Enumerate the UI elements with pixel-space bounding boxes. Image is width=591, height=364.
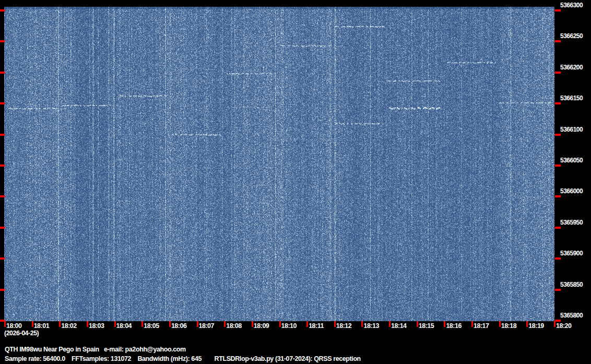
freq-tick-left	[0, 165, 5, 167]
time-tick	[444, 321, 445, 327]
time-label: 18:20	[556, 322, 571, 330]
freq-tick-right	[555, 102, 561, 104]
freq-label: 5365800	[560, 312, 583, 319]
freq-tick-right	[555, 257, 561, 260]
freq-label: 5366050	[560, 157, 583, 164]
freq-tick-left	[0, 102, 5, 104]
time-tick	[306, 321, 308, 327]
time-label: 18:07	[199, 322, 214, 330]
freq-label: 5366150	[560, 95, 583, 102]
time-label: 18:15	[419, 322, 434, 330]
time-label: 18:13	[363, 322, 379, 330]
time-label: 18:18	[501, 322, 516, 330]
time-label: 18:12	[336, 322, 351, 330]
time-label: 18:10	[281, 322, 297, 330]
freq-label: 5365900	[560, 250, 583, 257]
time-tick	[471, 321, 473, 327]
freq-tick-right	[555, 227, 561, 229]
time-tick	[334, 321, 336, 327]
time-tick	[499, 321, 501, 327]
time-label: 18:08	[226, 322, 241, 330]
time-tick	[554, 321, 555, 327]
freq-tick-right	[555, 165, 561, 167]
time-label: 18:17	[474, 322, 489, 330]
freq-tick-left	[0, 227, 5, 229]
freq-tick-right	[555, 320, 561, 322]
time-tick	[197, 321, 198, 327]
time-tick	[59, 321, 61, 327]
time-tick	[252, 321, 253, 327]
freq-label: 5366200	[560, 64, 583, 71]
freq-tick-left	[0, 257, 5, 260]
time-label: 18:04	[116, 322, 132, 330]
station-info-line: QTH IM98wu Near Pego in Spain e-mail: pa…	[5, 346, 186, 353]
freq-tick-left	[0, 40, 5, 42]
time-label: 18:19	[528, 322, 543, 330]
time-tick	[114, 321, 116, 327]
time-label: 18:03	[89, 322, 104, 330]
time-label: 18:00	[6, 322, 21, 330]
freq-label: 5366100	[560, 126, 583, 133]
freq-label: 5366300	[560, 2, 583, 9]
freq-tick-left	[0, 9, 5, 11]
time-tick	[32, 321, 33, 327]
time-label: 18:09	[254, 322, 269, 330]
time-tick	[141, 321, 143, 327]
freq-tick-left	[0, 289, 5, 291]
freq-label: 5365850	[560, 281, 583, 288]
freq-tick-right	[555, 134, 561, 136]
time-tick	[279, 321, 281, 327]
time-tick	[389, 321, 391, 327]
time-label: 18:11	[309, 322, 324, 330]
spectrogram-canvas	[4, 7, 554, 321]
time-tick	[87, 321, 88, 327]
time-label: 18:14	[391, 322, 406, 330]
freq-tick-left	[0, 72, 5, 74]
freq-tick-right	[555, 289, 561, 291]
freq-tick-right	[555, 195, 561, 197]
freq-tick-left	[0, 195, 5, 197]
time-tick	[4, 321, 6, 327]
time-label: 18:02	[61, 322, 76, 330]
time-label: 18:05	[144, 322, 159, 330]
time-label: 18:16	[446, 322, 461, 330]
date-label: (2026-04-25)	[4, 330, 39, 337]
time-label: 18:01	[34, 322, 49, 330]
qrss-waterfall-window: 5366300536625053662005366150536610053660…	[0, 0, 591, 364]
freq-label: 5366000	[560, 187, 583, 195]
freq-tick-left	[0, 134, 5, 136]
settings-info-line: Sample rate: 56400.0 FFTsamples: 131072 …	[5, 355, 361, 362]
time-label: 18:06	[171, 322, 186, 330]
time-tick	[361, 321, 363, 327]
freq-label: 5366250	[560, 32, 583, 40]
time-tick	[526, 321, 528, 327]
time-tick	[224, 321, 226, 327]
freq-tick-right	[555, 40, 561, 42]
freq-label: 5365950	[560, 219, 583, 226]
time-tick	[169, 321, 171, 327]
time-tick	[417, 321, 418, 327]
freq-tick-right	[555, 9, 561, 11]
freq-tick-right	[555, 72, 561, 74]
